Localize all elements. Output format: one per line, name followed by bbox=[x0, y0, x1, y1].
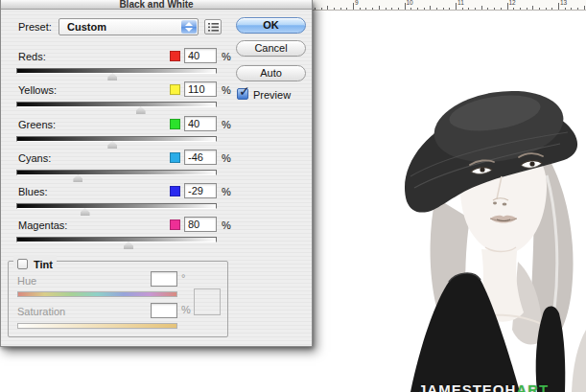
saturation-unit: % bbox=[181, 304, 191, 315]
tint-label: Tint bbox=[34, 259, 53, 270]
saturation-label: Saturation bbox=[17, 306, 65, 317]
preview-checkbox[interactable]: ✓ bbox=[237, 88, 248, 100]
channel-slider-track[interactable] bbox=[16, 237, 217, 242]
percent-sign: % bbox=[222, 219, 231, 231]
preview-label: Preview bbox=[253, 89, 291, 101]
color-swatch bbox=[170, 219, 180, 230]
slider-thumb[interactable] bbox=[73, 174, 82, 182]
chevron-down-icon bbox=[185, 28, 193, 32]
ruler-inch-label: 12 bbox=[509, 0, 516, 7]
ruler-tick bbox=[513, 8, 514, 11]
ruler-tick bbox=[565, 8, 566, 11]
color-swatch bbox=[170, 51, 180, 61]
color-swatch bbox=[170, 152, 180, 163]
ruler-tick bbox=[539, 8, 540, 11]
ruler-tick bbox=[456, 3, 457, 10]
color-swatch bbox=[170, 186, 180, 196]
channel-row-blues: Blues: % bbox=[1, 185, 231, 217]
ruler-inch-label: 11 bbox=[457, 0, 464, 7]
channel-row-greens: Greens: % bbox=[1, 118, 231, 150]
ruler-tick bbox=[405, 3, 406, 10]
dialog-title: Black and White bbox=[119, 0, 193, 10]
channel-value-input[interactable] bbox=[184, 48, 217, 63]
ruler-tick bbox=[532, 6, 533, 10]
hue-input[interactable] bbox=[151, 271, 177, 287]
percent-sign: % bbox=[222, 152, 231, 164]
ruler-tick bbox=[571, 8, 572, 11]
ruler-tick bbox=[340, 8, 341, 11]
photoshop-screen: 910111213 bbox=[0, 0, 586, 392]
channel-row-yellows: Yellows: % bbox=[1, 83, 231, 115]
slider-thumb[interactable] bbox=[81, 208, 90, 216]
photo-portrait bbox=[403, 84, 586, 392]
tint-color-swatch[interactable] bbox=[194, 288, 221, 315]
ruler-tick bbox=[353, 3, 354, 10]
slider-thumb[interactable] bbox=[136, 106, 146, 114]
channel-slider-track[interactable] bbox=[16, 170, 217, 175]
cancel-button[interactable]: Cancel bbox=[236, 40, 306, 57]
slider-thumb[interactable] bbox=[107, 141, 117, 149]
channel-row-reds: Reds: % bbox=[1, 50, 231, 81]
auto-button[interactable]: Auto bbox=[236, 65, 306, 81]
ruler-tick bbox=[449, 8, 450, 11]
ruler-tick bbox=[430, 6, 431, 10]
channel-value-input[interactable] bbox=[184, 217, 217, 232]
channel-label: Reds: bbox=[18, 51, 46, 62]
ruler-inch-label: 13 bbox=[560, 0, 567, 7]
watermark-suffix: ART bbox=[516, 381, 549, 392]
channel-label: Magentas: bbox=[18, 219, 67, 231]
checkmark-icon: ✓ bbox=[239, 83, 250, 99]
ruler-tick bbox=[360, 8, 361, 11]
preset-label: Preset: bbox=[18, 21, 52, 33]
ruler-tick bbox=[443, 8, 444, 11]
ruler-tick bbox=[372, 8, 373, 11]
ruler-tick bbox=[501, 8, 502, 11]
channel-slider-track[interactable] bbox=[16, 102, 217, 107]
tint-group: ✓ Tint Hue ° Saturation % bbox=[8, 261, 228, 337]
percent-sign: % bbox=[222, 84, 231, 96]
preset-dropdown[interactable]: Custom bbox=[59, 18, 199, 35]
ruler-tick bbox=[546, 8, 547, 11]
slider-thumb[interactable] bbox=[124, 242, 133, 249]
channel-value-input[interactable] bbox=[184, 150, 217, 165]
ruler-tick bbox=[551, 8, 552, 11]
ruler-tick bbox=[365, 8, 366, 11]
channel-label: Greens: bbox=[18, 119, 56, 130]
channel-slider-track[interactable] bbox=[16, 136, 217, 142]
ruler-tick bbox=[334, 8, 335, 11]
channel-label: Blues: bbox=[18, 186, 48, 197]
watermark-name: JAMESTEOH bbox=[418, 381, 516, 392]
ruler-tick bbox=[494, 8, 495, 11]
slider-thumb[interactable] bbox=[107, 73, 117, 81]
ruler-tick bbox=[386, 8, 387, 11]
channel-slider-track[interactable] bbox=[16, 68, 217, 74]
ok-button[interactable]: OK bbox=[236, 17, 306, 34]
color-swatch bbox=[170, 119, 180, 129]
ruler-tick bbox=[462, 8, 463, 11]
chevron-up-icon bbox=[185, 22, 193, 26]
channel-slider-track[interactable] bbox=[16, 203, 217, 209]
channel-value-input[interactable] bbox=[184, 81, 217, 97]
preset-options-button[interactable] bbox=[204, 19, 222, 35]
ruler-tick bbox=[558, 3, 559, 10]
ruler-inch-label: 9 bbox=[355, 0, 359, 7]
ruler-tick bbox=[346, 8, 347, 11]
saturation-input[interactable] bbox=[151, 303, 177, 318]
ruler-tick bbox=[391, 8, 392, 11]
watermark-text: JAMESTEOHART bbox=[418, 381, 549, 392]
channel-value-input[interactable] bbox=[184, 183, 217, 198]
ruler-tick bbox=[410, 8, 411, 11]
saturation-gradient-bar[interactable] bbox=[17, 323, 177, 329]
list-menu-icon bbox=[208, 23, 219, 32]
ruler-tick bbox=[584, 6, 585, 10]
ruler-tick bbox=[520, 8, 521, 11]
ruler-tick bbox=[527, 8, 527, 11]
ruler-tick bbox=[417, 8, 418, 11]
channel-value-input[interactable] bbox=[184, 116, 217, 131]
percent-sign: % bbox=[222, 186, 231, 197]
hue-gradient-bar[interactable] bbox=[17, 291, 177, 297]
preset-stepper-icon bbox=[181, 20, 197, 34]
tint-checkbox[interactable]: ✓ bbox=[17, 259, 28, 269]
dialog-titlebar[interactable]: Black and White bbox=[1, 0, 312, 10]
hue-unit: ° bbox=[181, 272, 185, 284]
